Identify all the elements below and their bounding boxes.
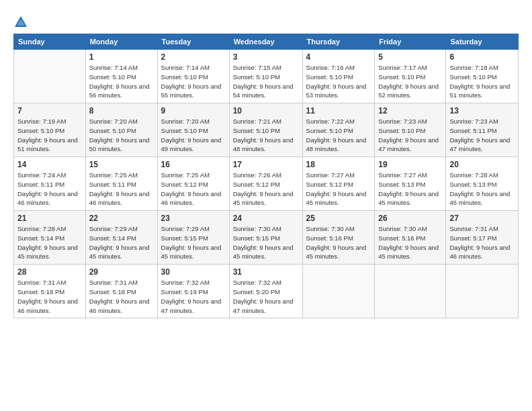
day-info: Sunrise: 7:22 AM Sunset: 5:10 PM Dayligh… — [306, 117, 371, 154]
day-info: Sunrise: 7:32 AM Sunset: 5:19 PM Dayligh… — [161, 278, 226, 315]
calendar-cell: 24Sunrise: 7:30 AM Sunset: 5:15 PM Dayli… — [229, 211, 302, 265]
day-info: Sunrise: 7:27 AM Sunset: 5:12 PM Dayligh… — [306, 171, 371, 208]
day-number: 15 — [89, 160, 154, 169]
day-info: Sunrise: 7:18 AM Sunset: 5:10 PM Dayligh… — [449, 63, 515, 100]
day-number: 10 — [233, 106, 299, 116]
week-row-5: 28Sunrise: 7:31 AM Sunset: 5:18 PM Dayli… — [14, 265, 519, 318]
calendar-cell: 29Sunrise: 7:31 AM Sunset: 5:18 PM Dayli… — [85, 265, 157, 318]
day-number: 18 — [306, 160, 371, 169]
calendar-cell: 21Sunrise: 7:28 AM Sunset: 5:14 PM Dayli… — [14, 211, 86, 265]
calendar-cell: 25Sunrise: 7:30 AM Sunset: 5:16 PM Dayli… — [302, 211, 375, 265]
week-row-2: 7Sunrise: 7:19 AM Sunset: 5:10 PM Daylig… — [14, 103, 519, 157]
day-number: 4 — [306, 52, 371, 62]
day-number: 16 — [161, 160, 226, 169]
day-info: Sunrise: 7:26 AM Sunset: 5:12 PM Dayligh… — [233, 171, 299, 208]
day-number: 3 — [233, 52, 299, 62]
day-info: Sunrise: 7:28 AM Sunset: 5:14 PM Dayligh… — [17, 224, 82, 261]
day-info: Sunrise: 7:21 AM Sunset: 5:10 PM Dayligh… — [233, 117, 299, 154]
calendar-cell: 2Sunrise: 7:14 AM Sunset: 5:10 PM Daylig… — [157, 50, 229, 103]
day-info: Sunrise: 7:31 AM Sunset: 5:18 PM Dayligh… — [17, 278, 82, 315]
day-info: Sunrise: 7:30 AM Sunset: 5:16 PM Dayligh… — [378, 224, 442, 261]
day-info: Sunrise: 7:29 AM Sunset: 5:15 PM Dayligh… — [161, 224, 226, 261]
weekday-header-monday: Monday — [85, 34, 157, 50]
day-info: Sunrise: 7:30 AM Sunset: 5:16 PM Dayligh… — [306, 224, 371, 261]
day-info: Sunrise: 7:23 AM Sunset: 5:11 PM Dayligh… — [449, 117, 515, 154]
calendar-cell: 13Sunrise: 7:23 AM Sunset: 5:11 PM Dayli… — [446, 103, 519, 157]
day-info: Sunrise: 7:19 AM Sunset: 5:10 PM Dayligh… — [17, 117, 82, 154]
day-number: 9 — [161, 106, 226, 116]
calendar-cell: 5Sunrise: 7:17 AM Sunset: 5:10 PM Daylig… — [375, 50, 446, 103]
day-info: Sunrise: 7:20 AM Sunset: 5:10 PM Dayligh… — [89, 117, 154, 154]
weekday-header-thursday: Thursday — [302, 34, 375, 50]
day-info: Sunrise: 7:31 AM Sunset: 5:17 PM Dayligh… — [449, 224, 515, 261]
week-row-1: 1Sunrise: 7:14 AM Sunset: 5:10 PM Daylig… — [14, 50, 519, 103]
calendar-cell: 28Sunrise: 7:31 AM Sunset: 5:18 PM Dayli… — [14, 265, 86, 318]
day-info: Sunrise: 7:32 AM Sunset: 5:20 PM Dayligh… — [233, 278, 299, 315]
day-number: 2 — [161, 52, 226, 62]
day-number: 8 — [89, 106, 154, 116]
day-number: 6 — [449, 52, 515, 62]
weekday-header-wednesday: Wednesday — [229, 34, 302, 50]
calendar-cell: 7Sunrise: 7:19 AM Sunset: 5:10 PM Daylig… — [14, 103, 86, 157]
day-number: 23 — [161, 214, 226, 223]
day-number: 29 — [89, 267, 154, 277]
calendar-cell — [14, 50, 86, 103]
day-info: Sunrise: 7:28 AM Sunset: 5:13 PM Dayligh… — [449, 171, 515, 208]
weekday-header-tuesday: Tuesday — [157, 34, 229, 50]
day-info: Sunrise: 7:15 AM Sunset: 5:10 PM Dayligh… — [233, 63, 299, 100]
logo — [13, 15, 30, 30]
day-number: 5 — [378, 52, 442, 62]
calendar-cell — [446, 265, 519, 318]
calendar-cell: 4Sunrise: 7:16 AM Sunset: 5:10 PM Daylig… — [302, 50, 375, 103]
day-info: Sunrise: 7:24 AM Sunset: 5:11 PM Dayligh… — [17, 171, 82, 208]
calendar-cell: 1Sunrise: 7:14 AM Sunset: 5:10 PM Daylig… — [85, 50, 157, 103]
weekday-header-sunday: Sunday — [14, 34, 86, 50]
day-number: 7 — [17, 106, 82, 116]
logo-icon — [13, 15, 28, 30]
calendar-cell: 31Sunrise: 7:32 AM Sunset: 5:20 PM Dayli… — [229, 265, 302, 318]
weekday-header-saturday: Saturday — [446, 34, 519, 50]
day-number: 25 — [306, 214, 371, 223]
day-info: Sunrise: 7:16 AM Sunset: 5:10 PM Dayligh… — [306, 63, 371, 100]
calendar-cell: 16Sunrise: 7:25 AM Sunset: 5:12 PM Dayli… — [157, 157, 229, 211]
calendar-cell: 19Sunrise: 7:27 AM Sunset: 5:13 PM Dayli… — [375, 157, 446, 211]
day-number: 13 — [449, 106, 515, 116]
calendar-cell — [375, 265, 446, 318]
day-info: Sunrise: 7:31 AM Sunset: 5:18 PM Dayligh… — [89, 278, 154, 315]
calendar-cell: 27Sunrise: 7:31 AM Sunset: 5:17 PM Dayli… — [446, 211, 519, 265]
calendar-cell: 3Sunrise: 7:15 AM Sunset: 5:10 PM Daylig… — [229, 50, 302, 103]
calendar-cell: 10Sunrise: 7:21 AM Sunset: 5:10 PM Dayli… — [229, 103, 302, 157]
calendar-cell: 14Sunrise: 7:24 AM Sunset: 5:11 PM Dayli… — [14, 157, 86, 211]
calendar: SundayMondayTuesdayWednesdayThursdayFrid… — [13, 34, 519, 318]
day-number: 31 — [233, 267, 299, 277]
day-number: 17 — [233, 160, 299, 169]
day-info: Sunrise: 7:14 AM Sunset: 5:10 PM Dayligh… — [161, 63, 226, 100]
calendar-cell: 9Sunrise: 7:20 AM Sunset: 5:10 PM Daylig… — [157, 103, 229, 157]
day-number: 28 — [17, 267, 82, 277]
week-row-4: 21Sunrise: 7:28 AM Sunset: 5:14 PM Dayli… — [14, 211, 519, 265]
day-info: Sunrise: 7:30 AM Sunset: 5:15 PM Dayligh… — [233, 224, 299, 261]
day-number: 14 — [17, 160, 82, 169]
day-info: Sunrise: 7:20 AM Sunset: 5:10 PM Dayligh… — [161, 117, 226, 154]
day-info: Sunrise: 7:29 AM Sunset: 5:14 PM Dayligh… — [89, 224, 154, 261]
page: SundayMondayTuesdayWednesdayThursdayFrid… — [0, 0, 532, 411]
header — [13, 12, 519, 30]
calendar-cell: 22Sunrise: 7:29 AM Sunset: 5:14 PM Dayli… — [85, 211, 157, 265]
calendar-cell: 17Sunrise: 7:26 AM Sunset: 5:12 PM Dayli… — [229, 157, 302, 211]
calendar-cell: 15Sunrise: 7:25 AM Sunset: 5:11 PM Dayli… — [85, 157, 157, 211]
day-number: 19 — [378, 160, 442, 169]
day-number: 21 — [17, 214, 82, 223]
day-number: 26 — [378, 214, 442, 223]
calendar-cell: 20Sunrise: 7:28 AM Sunset: 5:13 PM Dayli… — [446, 157, 519, 211]
day-info: Sunrise: 7:17 AM Sunset: 5:10 PM Dayligh… — [378, 63, 442, 100]
calendar-cell — [302, 265, 375, 318]
day-number: 12 — [378, 106, 442, 116]
day-info: Sunrise: 7:25 AM Sunset: 5:12 PM Dayligh… — [161, 171, 226, 208]
calendar-cell: 11Sunrise: 7:22 AM Sunset: 5:10 PM Dayli… — [302, 103, 375, 157]
calendar-cell: 8Sunrise: 7:20 AM Sunset: 5:10 PM Daylig… — [85, 103, 157, 157]
day-number: 20 — [449, 160, 515, 169]
day-info: Sunrise: 7:27 AM Sunset: 5:13 PM Dayligh… — [378, 171, 442, 208]
day-info: Sunrise: 7:23 AM Sunset: 5:10 PM Dayligh… — [378, 117, 442, 154]
day-info: Sunrise: 7:25 AM Sunset: 5:11 PM Dayligh… — [89, 171, 154, 208]
calendar-cell: 26Sunrise: 7:30 AM Sunset: 5:16 PM Dayli… — [375, 211, 446, 265]
